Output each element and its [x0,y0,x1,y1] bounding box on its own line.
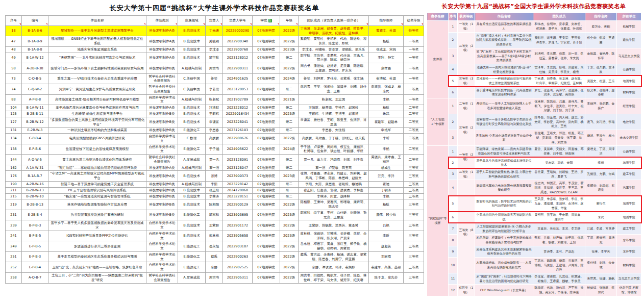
table-cell: 2022级 [280,220,299,231]
sort-triangle-icon[interactable] [278,23,279,25]
work-title-cell: 空天地协同的全周期地质灾害智能防治系统 [475,212,533,223]
table-cell: 哲学社会科学类社会调查报告 [146,84,178,95]
table-cell: 研二 [280,181,299,187]
award-grade-cell: 一等奖（1项） [458,21,475,32]
table-cell: 2023128012 [223,53,253,63]
table-cell: 汪亮、李洋 [369,171,404,182]
table-cell: A-2B-W-16 [22,181,48,187]
table-cell: 2022级 [280,251,299,262]
sort-triangle-icon[interactable] [220,23,222,25]
column-header: 指导教师 [369,16,404,26]
sort-triangle-icon[interactable] [144,23,145,25]
table-row: 47B-1A-B-9视域潜航——GNSS拒止下基于地图匹配的无人机智能视觉定位系… [6,36,424,47]
table-cell: 科技发明制作B类 [146,193,178,199]
table-cell: 2023128091 [223,155,253,165]
table-cell: A.发展成就 [178,155,206,165]
table-cell: 2022903187 [223,241,253,252]
advisors-cell: 李耀华、刘晶郁、石通泉 [585,180,617,196]
column-header: 序号 [6,16,22,26]
advisors-cell: 翟行生 [585,196,617,212]
table-cell: 研二 [280,105,299,111]
table-cell: 249 [6,241,22,252]
unit-cell: 马克思主义学院 [617,48,641,64]
table-cell: 127 [6,117,22,128]
table-cell: 二等奖 [404,155,424,165]
table-cell: 2022级 [280,272,299,283]
table-cell: 王利、舒宝 [369,53,404,63]
work-title-cell: 从“围观”到“围剿”：社交媒体时代下网络暴力信息治理的困境与优化路径研究 [475,273,533,285]
column-header: 指导老师 [585,13,617,21]
sort-triangle-icon[interactable] [366,23,368,25]
table-cell: 李林涛 [206,193,223,199]
team-members-cell: 谷世康、王瑞灿、刘靖愉、王浩、罗西、夏梦飞 [533,168,585,180]
team-members-cell: 刘洁明、李兆鹏、倪蕾、刘一菲、李佳宝、唐春霖、张帅、朱文凯 [533,48,585,64]
table-cell: 2023228041 [223,117,253,128]
table-cell: 2023900373 [223,171,253,182]
table-cell: 07地测学院 [253,262,280,273]
table-cell: 251 [6,251,22,262]
table-row: 125B-2B-B-11生态瞭望-动物生态监测与服务平台科技发明制作B类B.信息… [6,111,424,117]
table-cell: PIE云平台智能滑坡识别与风险评估系统 [48,187,146,193]
table-cell: 张成龙、宋阔 [369,46,404,53]
advisors-cell: 丁湛、蒋修明、裴培充 [585,235,617,246]
table-cell: 河润甲宁：黄河流域生态保护与高质量发展实证研究 [48,84,146,95]
table-cell: 吕艳 [369,220,404,231]
table-cell: 三等奖 [404,165,424,171]
table-row: “人工智能+”专项赛1二等奖（1项）丹语同心——基于人工智能的听障人士手语多词智… [427,98,641,114]
column-header: 所属领域 [178,16,206,26]
sort-triangle-icon[interactable] [401,23,403,25]
table-cell: 研二 [280,165,299,171]
unit-cell: 汽车学院 [617,180,641,196]
award-grade-cell: 二等奖（1项） [458,168,475,180]
table-cell: 李林涛、田宜、战峰林 [299,193,369,199]
competition-section-cell: 主体赛 [427,21,449,98]
table-cell: 2022900311 [223,63,253,74]
table-cell: 2024901625 [223,73,253,84]
work-title-cell: 光催化体系构建及其在木质素解聚制备高值芳香族化合物中的应用 [475,246,533,257]
sort-triangle-icon[interactable] [422,23,423,25]
award-grade-cell: 三等奖（2项） [458,114,475,146]
award-table-14th: 序号编号作品名称作品类别所属领域负责人负责人学号学院1年级团队成员（含负责人且第… [5,15,424,284]
table-cell: 姜莹 [206,73,223,84]
advisors-cell: 惠飞、刘习浩、李瑞 [585,114,617,130]
filter-badge-icon[interactable]: 1 [268,19,272,22]
table-cell: 2023900768 [223,46,253,53]
sort-triangle-icon[interactable] [19,23,21,25]
work-title-cell: 柏尽所能、杆废新生：分子置换驱动非油基树脂绿色开发理论与技术 [475,235,533,246]
advisors-cell: 黄观文、杜源、王乐 [585,75,617,87]
table-cell: 沟谷型泥石流应急抢险拦石槽的研制 [48,210,146,220]
column-header: 作品类别 [146,16,178,26]
sort-triangle-icon[interactable] [176,23,177,25]
table-row: 104B-1A-W-11基于地物尺度的丛林覆盖分类与长势监测软件开发与应用科技发… [6,105,424,111]
table-cell: 汪清默、杨开源、宁惟月、赵国帅 [299,105,369,111]
table-cell: 周吉书、潘进灿、赵婷婷、尼美馨、陈进瑞、王馨露、贾可欣、罗安东 [299,63,369,74]
table-cell: 王丽霞 [369,251,404,262]
table-cell: 贾一凡 [206,155,223,165]
table-cell: 张博 [206,171,223,182]
table-cell: “天枢慧测”——北斗实时高精度可靠定位与监测技术 [48,53,146,63]
table-cell: 三等奖 [404,181,424,187]
work-title-cell: 基于人工智能的能量桩热-渗-流-力耦合分析与换热效能优化研究 [475,168,533,180]
sort-triangle-icon[interactable] [203,23,205,25]
table-cell: 奚晓明 [206,36,223,47]
table-cell: 2022902525 [223,262,253,273]
right-award-table-panel: 长安大学第十九届“挑战杯”全国大学生课外学术科技作品竞赛获奖名单 赛事名称序号获… [427,2,641,296]
unit-cell: 地测学院 [617,212,641,223]
work-title-cell: 木素梯级精炼、活化成长新阶石——木质素高值化联酚电池新范式 [475,257,533,273]
table-cell: 2022级 [280,63,299,74]
table-cell: E-2B-W-3 [22,128,48,134]
sort-triangle-icon[interactable] [46,23,47,25]
table-row: 主体赛1一等奖（1项）具有柔性自适应追踪系统的果园采摘机器人和伟杰、徐明坤、贾承… [427,21,641,32]
table-cell: 杨航 [369,105,404,111]
team-members-cell: 贾诗季、王可、严花彤 [533,246,585,257]
sort-triangle-icon[interactable] [296,23,298,25]
table-cell: 视域潜航——GNSS拒止下基于地图匹配的无人机智能视觉定位系统 [48,36,146,47]
team-members-cell: 甄石、谷磊、林声楠、刘子凯、依思馨、杨敏、刘敏瑶、王怡 [533,235,585,246]
work-title-cell: 新能源汽车动力电池故障分析及报废预警策略研究 [475,180,533,196]
table-cell: B-1A-W-11 [22,105,48,111]
sort-triangle-icon[interactable] [250,23,252,25]
table-cell: 哲学社会科学类社会调查报告 [146,155,178,165]
table-cell: B.信息技术 [178,171,206,182]
table-cell: 07地测学院 [253,105,280,111]
table-cell: 常谦富、唐仕春、王昭、陈曼玉、焦清洋、肖思茂 [299,117,369,128]
